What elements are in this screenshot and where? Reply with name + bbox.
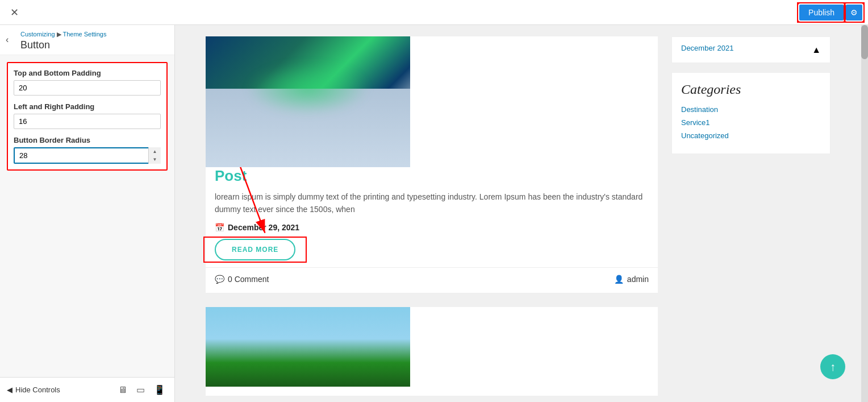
breadcrumb-separator: ▶ xyxy=(57,31,61,38)
blog-container: Post lorearn ispum is simply dummy text … xyxy=(206,36,831,402)
left-right-padding-input[interactable] xyxy=(14,114,161,129)
left-right-padding-label: Left and Right Padding xyxy=(14,102,161,111)
hide-controls-icon: ◀ xyxy=(7,386,12,394)
categories-title: Categories xyxy=(681,82,821,97)
comment-icon: 💬 xyxy=(215,275,224,284)
desktop-button[interactable]: 🖥 xyxy=(116,383,130,396)
right-scrollbar[interactable] xyxy=(861,25,868,402)
sidebar-widget: December 2021 ▲ Categories Destination S… xyxy=(671,36,831,402)
read-more-button[interactable]: READ MORE xyxy=(215,239,295,260)
category-item-destination[interactable]: Destination xyxy=(681,105,821,114)
top-bottom-padding-input[interactable] xyxy=(14,80,161,96)
back-button[interactable]: ‹ xyxy=(6,35,9,45)
author-info: 👤 admin xyxy=(614,275,649,284)
breadcrumb: Customizing ▶ Theme Settings xyxy=(20,31,168,38)
post-title: Post xyxy=(206,167,658,185)
left-right-padding-group: Left and Right Padding xyxy=(14,102,161,129)
border-radius-input[interactable] xyxy=(14,147,161,164)
publish-button[interactable]: Publish xyxy=(799,5,844,20)
close-button[interactable]: ✕ xyxy=(6,4,23,21)
archive-item[interactable]: December 2021 xyxy=(681,44,734,52)
controls-box: Top and Bottom Padding Left and Right Pa… xyxy=(7,62,168,171)
read-more-wrapper: READ MORE xyxy=(206,239,304,260)
post-excerpt: lorearn ispum is simply dummy text of th… xyxy=(206,190,658,216)
tablet-button[interactable]: ▭ xyxy=(134,383,147,396)
sidebar-footer: ◀ Hide Controls 🖥 ▭ 📱 xyxy=(0,377,174,402)
archive-toggle-icon: ▲ xyxy=(812,45,821,55)
post-card: Post lorearn ispum is simply dummy text … xyxy=(206,36,658,293)
section-title: Button xyxy=(20,39,168,51)
border-radius-group: Button Border Radius ▲ ▼ xyxy=(14,136,161,164)
breadcrumb-theme[interactable]: Theme Settings xyxy=(62,31,106,38)
preview-area: Post lorearn ispum is simply dummy text … xyxy=(175,25,861,402)
post-card-2 xyxy=(206,307,658,396)
category-item-uncategorized[interactable]: Uncategorized xyxy=(681,131,821,140)
top-bottom-padding-label: Top and Bottom Padding xyxy=(14,69,161,77)
device-buttons: 🖥 ▭ 📱 xyxy=(116,383,168,396)
category-item-service1[interactable]: Service1 xyxy=(681,118,821,127)
border-radius-label: Button Border Radius xyxy=(14,136,161,144)
mobile-button[interactable]: 📱 xyxy=(152,383,168,396)
border-radius-input-wrap: ▲ ▼ xyxy=(14,147,161,164)
publish-area: Publish ⚙ xyxy=(799,5,862,20)
author-icon: 👤 xyxy=(614,275,624,284)
scrollbar-thumb xyxy=(861,25,868,59)
post-date: 📅 December 29, 2021 xyxy=(206,223,658,232)
categories-widget: Categories Destination Service1 Uncatego… xyxy=(671,72,831,154)
gear-button[interactable]: ⚙ xyxy=(846,5,862,20)
post-date-text: December 29, 2021 xyxy=(228,223,299,232)
post-image-aurora xyxy=(206,36,410,167)
author-name: admin xyxy=(627,275,649,284)
calendar-icon: 📅 xyxy=(215,223,224,232)
post-image-palm xyxy=(206,307,410,387)
publish-gear-wrapper: Publish ⚙ xyxy=(799,5,862,20)
sidebar: ‹ Customizing ▶ Theme Settings Button To… xyxy=(0,25,175,402)
comment-count: 0 Comment xyxy=(228,275,269,284)
spin-buttons: ▲ ▼ xyxy=(148,147,161,164)
top-bar: ✕ Publish ⚙ xyxy=(0,0,868,25)
sidebar-content: Top and Bottom Padding Left and Right Pa… xyxy=(0,55,174,377)
posts-main: Post lorearn ispum is simply dummy text … xyxy=(206,36,658,402)
hide-controls-label: Hide Controls xyxy=(15,386,60,394)
breadcrumb-customizing[interactable]: Customizing xyxy=(20,31,55,38)
hide-controls-toggle[interactable]: ◀ Hide Controls xyxy=(7,386,60,394)
spin-down-button[interactable]: ▼ xyxy=(149,156,161,164)
top-bottom-padding-group: Top and Bottom Padding xyxy=(14,69,161,96)
spin-up-button[interactable]: ▲ xyxy=(149,147,161,156)
scroll-top-button[interactable]: ↑ xyxy=(820,354,845,379)
post-footer: 💬 0 Comment 👤 admin xyxy=(206,267,658,284)
comment-info: 💬 0 Comment xyxy=(215,275,269,284)
archive-widget: December 2021 ▲ xyxy=(671,36,831,63)
sidebar-header: ‹ Customizing ▶ Theme Settings Button xyxy=(0,25,174,55)
main-layout: ‹ Customizing ▶ Theme Settings Button To… xyxy=(0,25,868,402)
